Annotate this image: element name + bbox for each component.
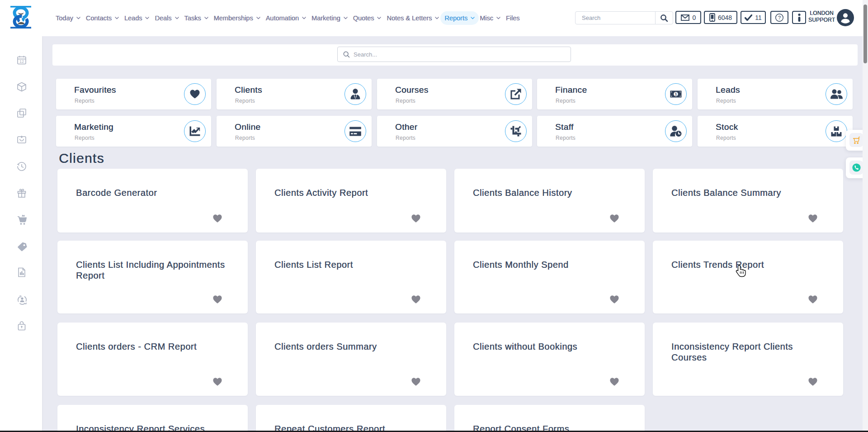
svg-text:12: 12 xyxy=(19,59,24,64)
svg-text:?: ? xyxy=(778,15,781,20)
svg-text:1: 1 xyxy=(675,92,677,96)
